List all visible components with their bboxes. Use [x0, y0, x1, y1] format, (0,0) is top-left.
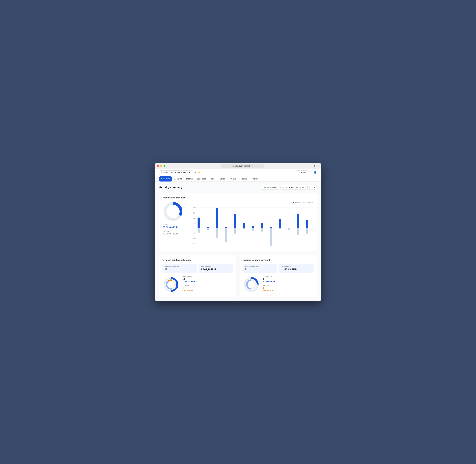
- create-button[interactable]: + Create: [296, 170, 308, 175]
- tab-reports[interactable]: Reports: [238, 176, 250, 182]
- account-label: Account name: [161, 172, 174, 174]
- activity-header: Activity summary Last 12 months ▾ 01.01.…: [159, 185, 317, 190]
- account-dropdown[interactable]: Account name ENTERPRISE ▾: [159, 170, 192, 175]
- forward-button[interactable]: ›: [171, 164, 171, 167]
- collection-more-icon[interactable]: ⋮: [230, 258, 233, 262]
- ie-content: Income 87.023,00 EUR Expenses 63.000,93 …: [163, 201, 313, 248]
- collection-metrics-row: Number of invoices 17 Total amount 8.703…: [162, 264, 233, 273]
- invoices-pending-payment-card: Invoices pending payment ⋮ Number of inv…: [240, 255, 317, 297]
- tab-expenses[interactable]: Expenses: [195, 176, 208, 182]
- app-window: ‹ › 🔒 app.b2brouter.net ↻ ⬆ + Account na…: [155, 163, 321, 301]
- expenses-label: Expenses: [163, 230, 178, 232]
- on-schedule-amount: 8.245,00 EUR: [182, 280, 233, 283]
- payment-on-schedule: On schedule 1 1.254,00 EUR: [263, 276, 314, 283]
- header-right: + Create ? 👤: [296, 170, 317, 175]
- back-button[interactable]: ‹: [169, 164, 169, 167]
- header-top: Account name ENTERPRISE ▾ ⚙ ⚡ + Create ?…: [159, 170, 317, 176]
- user-icon[interactable]: 👤: [313, 171, 317, 174]
- flash-icon[interactable]: ⚡: [197, 171, 201, 174]
- tab-archive[interactable]: Archive: [227, 176, 238, 182]
- svg-rect-20: [207, 227, 209, 228]
- lock-icon: 🔒: [232, 165, 234, 167]
- tab-banks[interactable]: Banks: [217, 176, 227, 182]
- tab-activity[interactable]: Activity: [250, 176, 260, 182]
- period-filter[interactable]: Last 12 months ▾: [261, 185, 279, 190]
- payment-more-icon[interactable]: ⋮: [311, 258, 314, 262]
- payment-past-due-label: Past due: [263, 284, 314, 286]
- collection-on-schedule: On schedule 13 8.245,00 EUR: [182, 276, 233, 283]
- svg-rect-30: [252, 226, 254, 228]
- payment-count-label: Number of invoices: [245, 266, 275, 268]
- svg-rect-39: [288, 228, 290, 230]
- collection-donut-svg: [162, 276, 179, 293]
- payment-total-value: 1.377,00 EUR: [281, 268, 311, 271]
- payment-on-schedule-label: On schedule: [263, 276, 314, 277]
- tab-income[interactable]: Income: [184, 176, 195, 182]
- bar-chart: 200 150 100 50 0 -50 -100 -150: [191, 204, 313, 248]
- address-bar: 🔒 app.b2brouter.net ↻: [173, 164, 313, 168]
- account-select: Account name ENTERPRISE ▾ ⚙ ⚡: [159, 170, 201, 175]
- minimize-button[interactable]: [160, 165, 162, 167]
- payment-past-due-amount: 523,00 EUR: [263, 289, 314, 291]
- date-range-filter[interactable]: 01.01.2023 - 31.12.2023 ▾: [281, 185, 306, 190]
- date-range-label: 01.01.2023 - 31.12.2023: [282, 186, 303, 188]
- payment-schedule-details: On schedule 1 1.254,00 EUR Past due 1 52…: [263, 276, 314, 293]
- maximize-button[interactable]: [164, 165, 165, 167]
- expenses-dot: [303, 202, 304, 203]
- nav-tabs: Overview Contacts Income Expenses Taxes …: [159, 176, 317, 181]
- on-schedule-label: On schedule: [182, 276, 233, 277]
- income-expenses-section: Income and expenses Income 87.023,00 EUR: [159, 193, 317, 251]
- svg-rect-21: [207, 228, 209, 231]
- url-bar[interactable]: 🔒 app.b2brouter.net ↻: [221, 164, 264, 168]
- expenses-legend-label: Expenses: [306, 201, 313, 203]
- svg-rect-26: [234, 214, 236, 228]
- svg-text:200: 200: [193, 207, 196, 208]
- svg-rect-23: [216, 228, 218, 238]
- page-title: Activity summary: [159, 186, 182, 189]
- donut-svg: [163, 201, 183, 221]
- expenses-legend: Expenses: [303, 201, 313, 203]
- payment-detail-row: On schedule 1 1.254,00 EUR Past due 1 52…: [243, 276, 314, 293]
- svg-text:-100: -100: [193, 238, 196, 239]
- tab-taxes[interactable]: Taxes: [208, 176, 217, 182]
- filter-row: Last 12 months ▾ 01.01.2023 - 31.12.2023…: [261, 185, 317, 190]
- share-icon[interactable]: ⬆: [314, 164, 316, 167]
- invoices-row: Invoices pending collection ⋮ Number of …: [159, 255, 317, 297]
- tab-contacts[interactable]: Contacts: [172, 176, 184, 182]
- svg-rect-19: [197, 228, 200, 233]
- svg-text:-150: -150: [193, 243, 196, 245]
- tab-overview[interactable]: Overview: [159, 176, 172, 182]
- collection-detail-row: On schedule 13 8.245,00 EUR Past due 4 4…: [162, 276, 233, 293]
- expenses-value: 63.000,93 EUR: [163, 232, 178, 235]
- svg-rect-31: [252, 228, 254, 231]
- past-due-count: 4: [182, 287, 233, 289]
- settings-icon[interactable]: ⚙: [194, 171, 196, 174]
- svg-rect-33: [261, 228, 263, 232]
- payment-on-schedule-count: 1: [263, 278, 314, 280]
- svg-rect-22: [216, 208, 218, 228]
- collection-total-card: Total amount 8.703,20 EUR: [199, 264, 233, 273]
- collection-invoice-count-card: Number of invoices 17: [162, 264, 197, 273]
- svg-rect-28: [243, 223, 245, 228]
- svg-text:100: 100: [193, 218, 196, 219]
- currency-filter[interactable]: EUR ▾: [307, 185, 317, 190]
- svg-rect-36: [279, 219, 281, 228]
- collection-schedule-details: On schedule 13 8.245,00 EUR Past due 4 4…: [182, 276, 233, 293]
- new-tab-icon[interactable]: +: [318, 164, 319, 167]
- main-content: Activity summary Last 12 months ▾ 01.01.…: [155, 182, 321, 301]
- income-legend: Income: [293, 201, 301, 203]
- ie-stats: Income 87.023,00 EUR Expenses 63.000,93 …: [163, 224, 178, 237]
- close-button[interactable]: [157, 165, 159, 167]
- income-label: Income: [163, 224, 178, 226]
- svg-rect-29: [243, 228, 245, 229]
- ie-left: Income 87.023,00 EUR Expenses 63.000,93 …: [163, 201, 188, 237]
- help-icon[interactable]: ?: [310, 171, 311, 174]
- collection-total-label: Total amount: [201, 266, 231, 268]
- svg-rect-25: [225, 228, 227, 242]
- chevron-down-icon: ▾: [303, 186, 304, 188]
- svg-text:150: 150: [193, 212, 196, 214]
- svg-rect-32: [261, 223, 263, 228]
- past-due-amount: 457,20 EUR: [182, 289, 233, 291]
- collection-card-header: Invoices pending collection ⋮: [162, 258, 233, 262]
- titlebar: ‹ › 🔒 app.b2brouter.net ↻ ⬆ +: [155, 163, 321, 169]
